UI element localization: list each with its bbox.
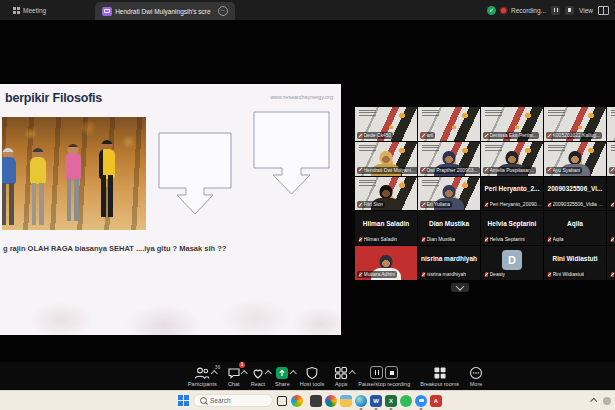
participant-tile[interactable]: 20090325506_Vi...20090325506_Vidia Tr... — [544, 177, 606, 211]
participant-name-label: Dian Mustika — [420, 236, 457, 243]
muted-mic-icon — [359, 203, 362, 208]
chevron-up-icon[interactable] — [290, 370, 296, 376]
tray-status-icon[interactable] — [603, 397, 611, 405]
muted-mic-icon — [422, 133, 425, 138]
slide-title: berpikir Filosofis — [5, 91, 102, 105]
taskbar-acrobat-icon[interactable] — [430, 395, 442, 407]
pause-recording-button[interactable] — [551, 6, 560, 15]
chevron-up-icon[interactable] — [241, 370, 247, 376]
participant-tile[interactable]: A...Ah... — [607, 211, 615, 245]
start-button[interactable] — [178, 395, 189, 406]
participant-name-label: Ayu Syabani — [546, 167, 582, 174]
participant-tile[interactable]: DDeasty — [481, 246, 543, 280]
taskbar-zoom-icon[interactable] — [415, 395, 427, 407]
stop-recording-button[interactable] — [565, 6, 574, 15]
taskbar-edge-icon[interactable] — [355, 395, 367, 407]
pause-stop-recording-button[interactable]: Pause/stop recording — [358, 366, 410, 387]
participant-name-label: Hilman Saladin — [357, 236, 399, 243]
participant-tile[interactable]: Peri Heryanto_2...Peri Heryanto_200903..… — [481, 177, 543, 211]
participants-count-badge: 36 — [215, 364, 221, 370]
participant-tile[interactable]: K005201022 Kallug... — [544, 107, 606, 141]
participant-name-label: Deasty — [483, 271, 507, 278]
taskbar-photos-icon[interactable] — [325, 395, 337, 407]
chat-icon — [227, 366, 241, 380]
tab-shared-screen[interactable]: Hendrati Dwi Mulyaningsih's scre – — [95, 2, 235, 20]
chevron-up-icon[interactable] — [265, 370, 271, 376]
runner-figure — [2, 148, 19, 228]
taskbar-store-icon[interactable] — [310, 395, 322, 407]
taskbar-search-input[interactable]: Search — [193, 394, 273, 407]
taskbar-teams-icon[interactable] — [400, 395, 412, 407]
participants-icon — [194, 366, 210, 380]
tray-chevron-up-icon[interactable] — [590, 398, 597, 405]
share-screen-icon — [275, 366, 289, 380]
view-layout-icon[interactable] — [598, 6, 609, 15]
taskbar-explorer-icon[interactable] — [340, 395, 352, 407]
participant-tile[interactable]: Dwi Prapther 200903... — [418, 142, 480, 176]
meeting-toolbar: 36 Participants 1 Chat — [0, 362, 615, 390]
runner-figure — [96, 140, 118, 228]
security-shield-icon[interactable]: ✓ — [487, 6, 496, 15]
muted-mic-icon — [422, 272, 425, 277]
slide-website: www.researchsynergy.org — [270, 94, 333, 100]
breakout-rooms-button[interactable]: Breakout rooms — [420, 366, 459, 387]
participant-tile[interactable]: Eri Yuliana — [418, 177, 480, 211]
slide-photo-runners — [2, 117, 146, 230]
participant-name-label: Al... — [609, 201, 615, 208]
taskbar-word-icon[interactable] — [370, 395, 382, 407]
host-tools-button[interactable]: Host tools — [300, 366, 324, 387]
muted-mic-icon — [548, 272, 551, 277]
participant-name-label: Fitri Sion — [357, 201, 385, 208]
task-view-button[interactable] — [277, 396, 287, 406]
tab-meeting[interactable]: Meeting — [6, 2, 53, 18]
participant-name-label: Denissa Eka Pertiw... — [483, 132, 539, 139]
participant-tile[interactable]: arti — [418, 107, 480, 141]
participant-tile[interactable]: Denissa Eka Pertiw... — [481, 107, 543, 141]
participant-tile[interactable]: A... — [607, 142, 615, 176]
participant-tile[interactable]: Hilman SaladinHilman Saladin — [355, 211, 417, 245]
tab-bar: Meeting Hendrati Dwi Mulyaningsih's scre… — [0, 0, 615, 20]
participant-tile[interactable]: Hendrati Dwi Mulyanin... — [355, 142, 417, 176]
participant-tile[interactable]: Amelia Puspitasar... — [481, 142, 543, 176]
apps-button[interactable]: Apps — [334, 366, 348, 387]
chevron-up-icon[interactable] — [211, 370, 217, 376]
participant-name-label: Ah... — [609, 236, 615, 243]
pause-recording-icon[interactable] — [370, 366, 383, 379]
participant-tile[interactable]: Al...Al... — [607, 177, 615, 211]
stop-recording-icon[interactable] — [385, 366, 398, 379]
view-button-label[interactable]: View — [579, 7, 593, 14]
participant-tile[interactable] — [607, 107, 615, 141]
muted-mic-icon — [611, 237, 614, 242]
participant-name-label: Dwi Prapther 200903... — [420, 167, 480, 174]
participant-name-label: Amelia Puspitasar... — [483, 167, 536, 174]
react-button[interactable]: React — [251, 366, 265, 387]
recording-dot-icon — [501, 8, 506, 13]
chat-button[interactable]: 1 Chat — [227, 366, 241, 387]
tab-shared-screen-label: Hendrati Dwi Mulyaningsih's scre — [115, 8, 211, 15]
participant-tile[interactable]: Dian MustikaDian Mustika — [418, 211, 480, 245]
chevron-up-icon[interactable] — [349, 370, 355, 376]
taskbar-excel-icon[interactable] — [385, 395, 397, 407]
participant-tile[interactable]: Sit... — [607, 246, 615, 280]
shared-screen-area: berpikir Filosofis www.researchsynergy.o… — [0, 20, 615, 362]
more-button[interactable]: More — [469, 366, 483, 387]
participant-tile[interactable]: Mutiara Adhini — [355, 246, 417, 280]
participant-name-label: Hendrati Dwi Mulyanin... — [357, 167, 417, 174]
participant-tile[interactable]: AqilaAqila — [544, 211, 606, 245]
participant-avatar: D — [502, 250, 522, 270]
gallery-scroll-down-button[interactable] — [451, 283, 469, 292]
participant-tile[interactable]: nisrina mardhiyahnisrina mardhiyah — [418, 246, 480, 280]
muted-mic-icon — [485, 237, 488, 242]
share-button[interactable]: Share — [275, 366, 290, 387]
muted-mic-icon — [548, 237, 551, 242]
participants-button[interactable]: 36 Participants — [188, 366, 217, 387]
copilot-icon[interactable] — [291, 395, 303, 407]
participant-tile[interactable]: Helvia SeptariniHelvia Septarini — [481, 211, 543, 245]
participant-tile[interactable]: Rini WidiastutiRini Widiastuti — [544, 246, 606, 280]
participant-tile[interactable]: Dede Ck450 — [355, 107, 417, 141]
runner-figure — [62, 144, 84, 224]
participant-tile[interactable]: Ayu Syabani — [544, 142, 606, 176]
tab-close-icon[interactable]: – — [218, 6, 228, 16]
participant-tile[interactable]: Fitri Sion — [355, 177, 417, 211]
muted-mic-icon — [359, 272, 362, 277]
